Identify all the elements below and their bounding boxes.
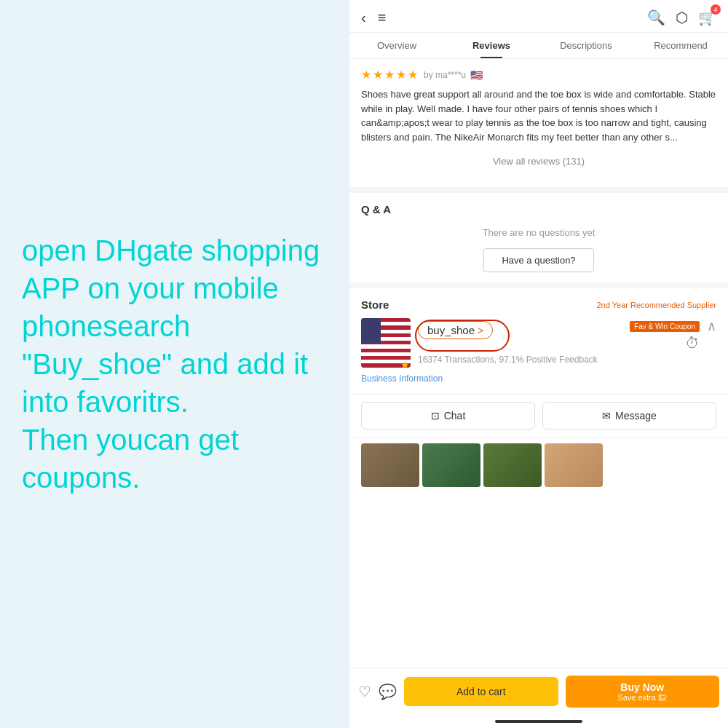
chat-icon: ⊡ (431, 410, 440, 422)
store-label: Store (361, 298, 389, 311)
cart-button[interactable]: 🛒 4 (698, 9, 716, 26)
message-button[interactable]: ✉ Message (542, 402, 716, 430)
reviewer-name: by ma****u (424, 70, 466, 80)
chat-label: Chat (444, 410, 466, 422)
home-bar (495, 720, 582, 723)
top-nav: ‹ ≡ 🔍 ⬡ 🛒 4 (349, 0, 728, 33)
store-name: buy_shoe (427, 324, 475, 336)
store-name-link[interactable]: buy_shoe > (418, 321, 493, 339)
store-stats: 16374 Transactions, 97.1% Positive Feedb… (418, 355, 700, 365)
message-icon: ✉ (602, 410, 611, 422)
store-section: Store 2nd Year Recommended Supplier buy_… (349, 288, 728, 395)
store-info-row: buy_shoe > Fav & Win Coupon ⏱ 16374 Tran… (361, 318, 716, 368)
right-panel: ‹ ≡ 🔍 ⬡ 🛒 4 Overview Reviews Description… (349, 0, 728, 728)
qa-empty-text: There are no questions yet (361, 227, 716, 238)
fav-win-badge: Fav & Win Coupon (630, 321, 700, 332)
business-info-link[interactable]: Business Information (361, 373, 716, 384)
tab-reviews[interactable]: Reviews (444, 33, 539, 58)
tab-overview[interactable]: Overview (349, 33, 444, 58)
store-header: Store 2nd Year Recommended Supplier (361, 298, 716, 311)
buy-now-label: Buy Now (620, 681, 664, 693)
store-arrow-icon: > (478, 325, 483, 336)
thumbnail-row (349, 438, 728, 493)
collapse-button[interactable]: ∧ (707, 318, 716, 334)
qa-title: Q & A (361, 203, 716, 215)
wishlist-button[interactable]: ♡ (358, 683, 371, 700)
cart-count-badge: 4 (711, 4, 721, 15)
search-icon[interactable]: 🔍 (647, 9, 665, 26)
view-all-reviews-link[interactable]: View all reviews (131) (361, 144, 716, 178)
content-area: ★★★★★ by ma****u 🇺🇸 Shoes have great sup… (349, 59, 728, 668)
have-question-button[interactable]: Have a question? (483, 248, 593, 272)
chat-button[interactable]: ⊡ Chat (361, 402, 535, 430)
share-icon[interactable]: ⬡ (676, 9, 688, 26)
instruction-text: open DHgate shopping APP on your mobile … (22, 232, 328, 496)
add-to-cart-button[interactable]: Add to cart (404, 677, 558, 706)
tab-bar: Overview Reviews Descriptions Recommend (349, 33, 728, 59)
menu-icon[interactable]: ≡ (378, 9, 387, 26)
comment-button[interactable]: 💬 (379, 683, 397, 700)
qa-section: Q & A There are no questions yet Have a … (349, 193, 728, 288)
tab-descriptions[interactable]: Descriptions (539, 33, 633, 58)
star-rating: ★★★★★ (361, 68, 419, 82)
buy-now-button[interactable]: Buy Now Save extra $2 (566, 676, 720, 708)
left-panel: open DHgate shopping APP on your mobile … (0, 0, 349, 728)
reviewer-flag: 🇺🇸 (470, 69, 483, 81)
tab-recommend[interactable]: Recommend (633, 33, 728, 58)
message-label: Message (615, 410, 657, 422)
supplier-text: 2nd Year Recommended Supplier (596, 301, 716, 309)
thumbnail-1[interactable] (361, 443, 419, 487)
store-history-icon[interactable]: ⏱ (685, 335, 700, 352)
review-section: ★★★★★ by ma****u 🇺🇸 Shoes have great sup… (349, 59, 728, 193)
fav-star-icon: ★ (400, 359, 410, 371)
review-text: Shoes have great support all around and … (361, 87, 716, 144)
action-row: ⊡ Chat ✉ Message (349, 395, 728, 438)
store-name-block: buy_shoe > Fav & Win Coupon ⏱ 16374 Tran… (418, 321, 700, 365)
bottom-bar: ♡ 💬 Add to cart Buy Now Save extra $2 (349, 668, 728, 715)
save-extra-text: Save extra $2 (571, 693, 714, 702)
nav-right: 🔍 ⬡ 🛒 4 (647, 9, 716, 26)
nav-left: ‹ ≡ (361, 9, 386, 26)
thumbnail-3[interactable] (483, 443, 542, 487)
stars-row: ★★★★★ by ma****u 🇺🇸 (361, 68, 716, 82)
thumbnail-4[interactable] (545, 443, 603, 487)
back-icon[interactable]: ‹ (361, 9, 366, 26)
thumbnail-2[interactable] (422, 443, 480, 487)
home-indicator (349, 715, 728, 728)
